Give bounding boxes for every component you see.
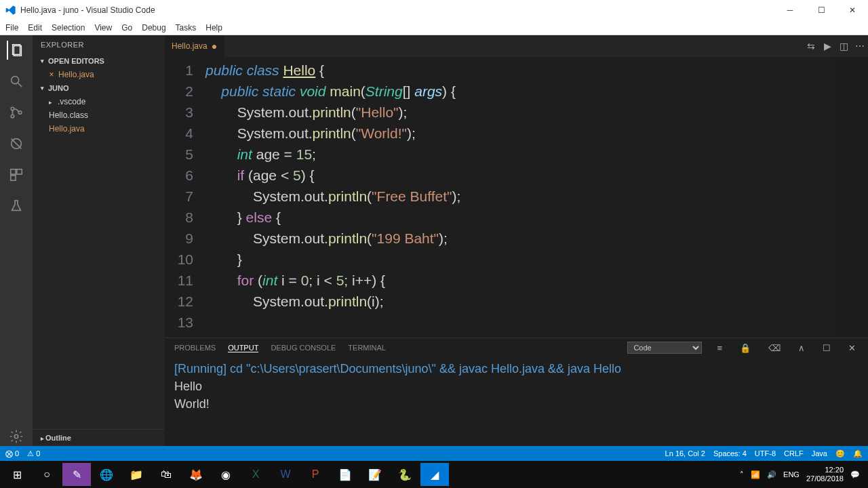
- menu-edit[interactable]: Edit: [28, 23, 42, 33]
- tab-label: Hello.java: [172, 41, 208, 51]
- menu-bar: FileEditSelectionViewGoDebugTasksHelp: [0, 20, 868, 35]
- status-bar: ⨂ 0⚠ 0Ln 16, Col 2Spaces: 4UTF-8CRLFJava…: [0, 446, 868, 461]
- status-item[interactable]: Spaces: 4: [713, 449, 747, 458]
- code-editor[interactable]: 1234567891011121314 public class Hello {…: [165, 57, 868, 338]
- explorer-sidebar: Explorer Open Editors ×Hello.java juno .…: [33, 35, 165, 446]
- svg-point-2: [12, 77, 19, 84]
- test-icon[interactable]: [7, 197, 26, 216]
- task-app-5[interactable]: 🐍: [391, 463, 419, 486]
- sidebar-title: Explorer: [33, 35, 165, 54]
- panel-x-icon[interactable]: ✕: [846, 343, 859, 353]
- store-icon[interactable]: 🛍: [152, 463, 180, 486]
- clear-icon[interactable]: ⌫: [766, 343, 783, 353]
- svg-rect-10: [17, 169, 22, 174]
- menu-tasks[interactable]: Tasks: [176, 23, 197, 33]
- status-item[interactable]: ⨂ 0: [5, 449, 19, 458]
- task-app-2[interactable]: 🌐: [92, 463, 121, 486]
- open-editor-item[interactable]: ×Hello.java: [33, 68, 165, 81]
- code-content[interactable]: public class Hello { public static void …: [205, 57, 834, 338]
- bottom-panel: PROBLEMSOUTPUTDEBUG CONSOLETERMINAL Code…: [165, 338, 868, 446]
- status-item[interactable]: 😊: [835, 449, 845, 458]
- output-content[interactable]: [Running] cd "c:\Users\prasert\Documents…: [165, 357, 868, 446]
- menu-file[interactable]: File: [5, 23, 18, 33]
- compare-icon[interactable]: ⇆: [803, 41, 819, 52]
- menu-debug[interactable]: Debug: [142, 23, 165, 33]
- file-explorer-icon[interactable]: 📁: [122, 463, 151, 486]
- file-item[interactable]: Hello.java: [33, 122, 165, 136]
- word-icon[interactable]: W: [271, 463, 300, 486]
- outline-section[interactable]: Outline: [33, 429, 165, 446]
- status-item[interactable]: UTF-8: [755, 449, 776, 458]
- tray-notification-icon[interactable]: 💬: [850, 470, 860, 479]
- maximize-button[interactable]: ☐: [806, 0, 837, 20]
- menu-go[interactable]: Go: [121, 23, 132, 33]
- status-item[interactable]: 🔔: [853, 449, 863, 458]
- panel-tab-debug-console[interactable]: DEBUG CONSOLE: [271, 344, 336, 352]
- file-item[interactable]: Hello.class: [33, 108, 165, 122]
- system-tray[interactable]: ˄ 📶 🔊 ENG 12:2027/08/2018 💬: [740, 466, 865, 483]
- status-item[interactable]: Java: [812, 449, 827, 458]
- output-selector[interactable]: Code: [627, 342, 702, 354]
- settings-gear-icon[interactable]: [7, 427, 26, 446]
- open-editor-label: Hello.java: [58, 70, 94, 79]
- start-button[interactable]: ⊞: [3, 463, 31, 486]
- tray-volume-icon[interactable]: 🔊: [767, 470, 776, 479]
- editor-tab[interactable]: Hello.java ●: [165, 35, 224, 57]
- panel-tab-output[interactable]: OUTPUT: [228, 344, 258, 352]
- modified-dot-icon: ●: [212, 41, 217, 52]
- debug-icon[interactable]: [7, 134, 26, 153]
- filter-icon[interactable]: ≡: [714, 343, 725, 353]
- svg-point-5: [11, 115, 14, 118]
- tray-lang[interactable]: ENG: [783, 470, 800, 479]
- powerpoint-icon[interactable]: P: [301, 463, 330, 486]
- close-button[interactable]: ✕: [837, 0, 868, 20]
- minimap[interactable]: [834, 57, 868, 338]
- open-editors-section[interactable]: Open Editors: [33, 54, 165, 68]
- cortana-icon[interactable]: ○: [33, 463, 61, 486]
- svg-rect-11: [11, 176, 16, 180]
- task-app-1[interactable]: ✎: [62, 463, 91, 486]
- tray-chevron-icon[interactable]: ˄: [740, 470, 744, 479]
- panel-tabs: PROBLEMSOUTPUTDEBUG CONSOLETERMINAL Code…: [165, 338, 868, 357]
- file-item[interactable]: .vscode: [33, 95, 165, 108]
- extensions-icon[interactable]: [7, 165, 26, 184]
- svg-line-3: [18, 83, 22, 87]
- project-section[interactable]: juno: [33, 81, 165, 95]
- excel-icon[interactable]: X: [241, 463, 270, 486]
- status-item[interactable]: CRLF: [784, 449, 804, 458]
- line-gutter: 1234567891011121314: [165, 57, 205, 338]
- more-icon[interactable]: ⋯: [852, 41, 868, 52]
- tray-wifi-icon[interactable]: 📶: [751, 470, 760, 479]
- task-app-3[interactable]: 📄: [331, 463, 359, 486]
- task-app-4[interactable]: 📝: [361, 463, 389, 486]
- vscode-task-icon[interactable]: ◢: [420, 463, 449, 486]
- firefox-icon[interactable]: 🦊: [182, 463, 210, 486]
- tab-bar: Hello.java ● ⇆ ▶ ◫ ⋯: [165, 35, 868, 57]
- status-item[interactable]: Ln 16, Col 2: [665, 449, 705, 458]
- svg-rect-9: [11, 169, 16, 174]
- run-icon[interactable]: ▶: [819, 41, 835, 52]
- vscode-logo-icon: [5, 5, 16, 16]
- lock-icon[interactable]: 🔒: [737, 343, 753, 353]
- panel-tab-problems[interactable]: PROBLEMS: [174, 344, 216, 352]
- status-item[interactable]: ⚠ 0: [27, 449, 40, 458]
- window-title: Hello.java - juno - Visual Studio Code: [20, 5, 774, 15]
- panel-tab-terminal[interactable]: TERMINAL: [348, 344, 386, 352]
- windows-taskbar: ⊞ ○ ✎ 🌐 📁 🛍 🦊 ◉ X W P 📄 📝 🐍 ◢ ˄ 📶 🔊 ENG …: [0, 461, 868, 488]
- tray-clock[interactable]: 12:2027/08/2018: [806, 466, 844, 483]
- svg-point-12: [14, 434, 18, 439]
- explorer-icon[interactable]: [7, 41, 26, 60]
- svg-point-4: [11, 107, 14, 110]
- menu-selection[interactable]: Selection: [52, 23, 85, 33]
- source-control-icon[interactable]: [7, 103, 26, 122]
- minimize-button[interactable]: ─: [774, 0, 806, 20]
- up-icon[interactable]: ∧: [795, 343, 808, 353]
- chrome-icon[interactable]: ◉: [212, 463, 240, 486]
- split-icon[interactable]: ◫: [835, 41, 852, 52]
- panel-close-icon[interactable]: ☐: [820, 343, 833, 353]
- menu-help[interactable]: Help: [205, 23, 222, 33]
- editor-area: Hello.java ● ⇆ ▶ ◫ ⋯ 1234567891011121314…: [165, 35, 868, 446]
- search-icon[interactable]: [7, 72, 26, 91]
- activity-bar: [0, 35, 33, 446]
- menu-view[interactable]: View: [94, 23, 112, 33]
